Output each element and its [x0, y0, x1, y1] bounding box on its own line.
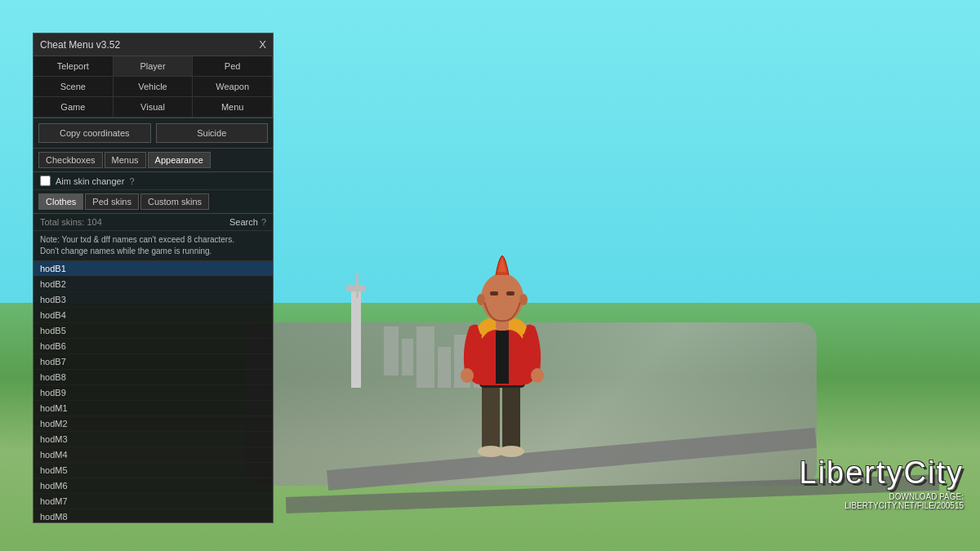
- nav-ped[interactable]: Ped: [193, 56, 273, 77]
- svg-point-8: [531, 368, 544, 383]
- skins-info-bar: Total skins: 104 Search ?: [33, 214, 273, 231]
- nav-teleport[interactable]: Teleport: [33, 56, 114, 77]
- search-label: Search: [229, 217, 258, 227]
- skin-list-item[interactable]: hodB9: [33, 385, 273, 401]
- nav-scene[interactable]: Scene: [33, 77, 114, 97]
- tab-checkboxes[interactable]: Checkboxes: [38, 152, 103, 168]
- svg-rect-11: [490, 291, 498, 295]
- nav-menu[interactable]: Menu: [193, 97, 273, 118]
- skin-list-item[interactable]: hodB8: [33, 370, 273, 385]
- skin-list-item[interactable]: hodM4: [33, 447, 273, 463]
- action-bar: Copy coordinates Suicide: [33, 118, 273, 149]
- aim-skin-label: Aim skin changer: [56, 176, 124, 186]
- aim-skin-row: Aim skin changer ?: [33, 172, 273, 190]
- skin-list-item[interactable]: hodM7: [33, 494, 273, 509]
- skin-list-item[interactable]: hodB7: [33, 354, 273, 370]
- svg-point-7: [461, 368, 474, 383]
- cheat-menu: Cheat Menu v3.52 X Teleport Player Ped S…: [33, 33, 274, 523]
- nav-game[interactable]: Game: [33, 97, 114, 118]
- liberty-city-logo: LibertyCity DOWNLOAD PAGE: LIBERTYCITY.N…: [800, 455, 964, 510]
- search-area: Search ?: [229, 217, 266, 227]
- skin-list-item[interactable]: hodM2: [33, 416, 273, 432]
- nav-weapon[interactable]: Weapon: [193, 77, 273, 97]
- svg-point-10: [481, 273, 523, 322]
- copy-coordinates-button[interactable]: Copy coordinates: [38, 123, 151, 143]
- nav-player[interactable]: Player: [114, 56, 194, 77]
- skin-list-item[interactable]: hodM3: [33, 432, 273, 447]
- search-help-icon[interactable]: ?: [261, 217, 266, 227]
- svg-rect-1: [502, 384, 520, 449]
- nav-visual[interactable]: Visual: [114, 97, 194, 118]
- skin-tab-bar: Clothes Ped skins Custom skins: [33, 190, 273, 214]
- liberty-city-brand-text: LibertyCity: [800, 455, 964, 491]
- tower-arm: [356, 273, 359, 298]
- aim-skin-help-icon[interactable]: ?: [129, 176, 134, 186]
- tab-bar: Checkboxes Menus Appearance: [33, 149, 273, 172]
- skin-list-item[interactable]: hodM1: [33, 401, 273, 416]
- nav-grid: Teleport Player Ped Scene Vehicle Weapon…: [33, 56, 273, 118]
- menu-close-button[interactable]: X: [259, 38, 266, 51]
- tab-menus[interactable]: Menus: [105, 152, 146, 168]
- svg-rect-6: [496, 331, 509, 384]
- svg-rect-0: [482, 384, 500, 449]
- menu-titlebar: Cheat Menu v3.52 X: [33, 33, 273, 56]
- skin-list[interactable]: hodB1hodB2hodB3hodB4hodB5hodB6hodB7hodB8…: [33, 261, 273, 522]
- skin-list-item[interactable]: hodB6: [33, 339, 273, 354]
- svg-point-13: [477, 294, 485, 305]
- skin-tab-clothes[interactable]: Clothes: [38, 193, 83, 210]
- notice-box: Note: Your txd & dff names can't exceed …: [33, 231, 273, 261]
- skin-list-item[interactable]: hodB5: [33, 323, 273, 339]
- skin-list-item[interactable]: hodB1: [33, 261, 273, 277]
- liberty-city-sub: DOWNLOAD PAGE: LIBERTYCITY.NET/FILE/2005…: [800, 492, 964, 510]
- aim-skin-checkbox[interactable]: [40, 176, 51, 186]
- tower: [351, 290, 361, 388]
- svg-rect-12: [506, 291, 514, 295]
- skin-list-item[interactable]: hodM5: [33, 463, 273, 478]
- skin-list-item[interactable]: hodB2: [33, 277, 273, 292]
- nav-vehicle[interactable]: Vehicle: [114, 77, 194, 97]
- tab-appearance[interactable]: Appearance: [148, 152, 211, 168]
- skin-list-item[interactable]: hodB3: [33, 292, 273, 308]
- svg-point-14: [519, 294, 528, 305]
- skin-list-item[interactable]: hodM6: [33, 478, 273, 494]
- menu-title: Cheat Menu v3.52: [40, 39, 120, 51]
- character: [453, 249, 551, 478]
- skin-list-item[interactable]: hodM8: [33, 509, 273, 522]
- total-skins-label: Total skins: 104: [40, 217, 102, 227]
- suicide-button[interactable]: Suicide: [156, 123, 269, 143]
- skin-tab-custom-skins[interactable]: Custom skins: [140, 193, 209, 210]
- skin-tab-ped-skins[interactable]: Ped skins: [85, 193, 139, 210]
- skin-list-item[interactable]: hodB4: [33, 308, 273, 323]
- svg-point-3: [498, 446, 524, 457]
